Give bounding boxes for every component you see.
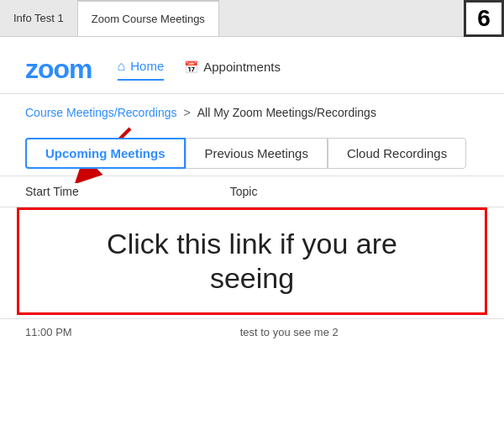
overlay-text: Click this link if you are seeing bbox=[45, 227, 459, 296]
breadcrumb-separator: > bbox=[184, 106, 191, 119]
tab-bar: Info Test 1 Zoom Course Meetings 6 bbox=[0, 0, 504, 37]
nav-appointments-link[interactable]: Appointments bbox=[184, 60, 281, 79]
nav-home-link[interactable]: Home bbox=[118, 59, 165, 81]
calendar-icon bbox=[184, 60, 198, 74]
bottom-row: 11:00 PM test to you see me 2 bbox=[0, 318, 504, 345]
tab-cloud-recordings[interactable]: Cloud Recordings bbox=[328, 138, 466, 169]
badge-number: 6 bbox=[477, 5, 491, 32]
tab-badge: 6 bbox=[464, 0, 504, 37]
overlay-box[interactable]: Click this link if you are seeing bbox=[17, 207, 487, 315]
home-icon bbox=[118, 59, 126, 74]
zoom-header: zoom Home Appointments bbox=[0, 37, 504, 94]
meeting-topic: test to you see me 2 bbox=[240, 326, 339, 338]
tab-label-2: Zoom Course Meetings bbox=[92, 13, 205, 25]
main-content: zoom Home Appointments Course Meetings/R… bbox=[0, 37, 504, 345]
overlay-line1: Click this link if you are bbox=[107, 228, 397, 260]
zoom-logo: zoom bbox=[25, 54, 92, 85]
nav-home-label: Home bbox=[130, 59, 164, 73]
tab-upcoming-meetings[interactable]: Upcoming Meetings bbox=[25, 138, 186, 169]
tab-info-test[interactable]: Info Test 1 bbox=[0, 0, 78, 36]
breadcrumb: Course Meetings/Recordings > All My Zoom… bbox=[0, 94, 504, 131]
tab-previous-meetings[interactable]: Previous Meetings bbox=[186, 138, 328, 169]
nav-appointments-label: Appointments bbox=[203, 60, 281, 74]
overlay-line2: seeing bbox=[210, 262, 294, 294]
col-start-time: Start Time bbox=[25, 185, 79, 198]
nav-links: Home Appointments bbox=[118, 59, 281, 81]
tab-zoom-meetings[interactable]: Zoom Course Meetings bbox=[78, 0, 219, 36]
tabs-row: Upcoming Meetings Previous Meetings Clou… bbox=[0, 131, 504, 176]
table-header: Start Time Topic bbox=[0, 176, 504, 207]
tab-label-1: Info Test 1 bbox=[13, 12, 64, 24]
col-topic: Topic bbox=[230, 185, 258, 198]
meeting-time: 11:00 PM bbox=[25, 326, 72, 338]
breadcrumb-link[interactable]: Course Meetings/Recordings bbox=[25, 106, 177, 119]
breadcrumb-current: All My Zoom Meetings/Recordings bbox=[197, 106, 376, 119]
